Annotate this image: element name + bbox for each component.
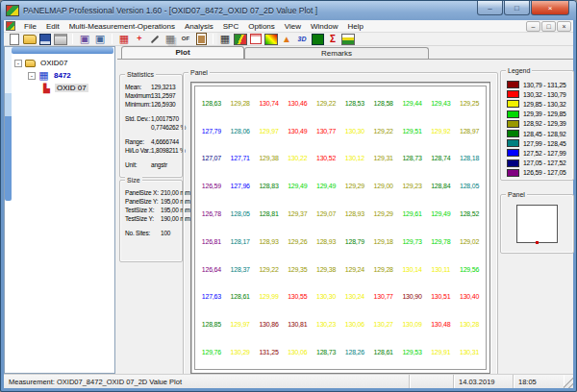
tree-item-oxid07[interactable]: -OXID07	[14, 57, 114, 69]
histogram-flame-icon[interactable]	[279, 33, 294, 45]
maximize-button[interactable]: □	[504, 1, 530, 15]
stat-label: Hi/Lo Var.:	[125, 146, 151, 155]
grid-value: 129,07	[312, 200, 340, 228]
grid-value: 126,78	[197, 200, 226, 228]
legend-color-swatch	[507, 159, 519, 167]
tree-expander-icon[interactable]: -	[28, 72, 36, 80]
stat-row: Mean:129,3213	[125, 83, 180, 91]
grid-value: 129,29	[369, 200, 398, 228]
sign-pen-icon[interactable]	[147, 33, 163, 45]
mini-table-icon[interactable]	[248, 33, 263, 45]
panel-plot-groupbox: Panel 128,63129,28130,74130,46129,22128,…	[183, 72, 498, 382]
paste-panel-icon[interactable]	[92, 33, 108, 45]
offset-of-icon[interactable]: OF	[178, 33, 193, 45]
tab-plot[interactable]: Plot	[121, 46, 244, 59]
new-file-icon[interactable]	[7, 33, 22, 45]
histogram-bars-icon[interactable]	[340, 33, 356, 45]
clipboard-icon[interactable]	[193, 33, 209, 45]
stat-row: 0,7746262 %	[125, 123, 180, 132]
menu-window[interactable]: Window	[306, 20, 342, 33]
stat-value: 129,3213	[151, 83, 176, 91]
grid-value: 128,93	[255, 228, 284, 256]
color-map-icon[interactable]	[263, 33, 279, 45]
duplicate-panel-icon[interactable]	[163, 33, 178, 45]
grid-value: 130,06	[283, 338, 312, 366]
resize-grip[interactable]	[564, 375, 573, 388]
legend-entry: 130,79 - 131,25	[507, 80, 570, 89]
grid-value: 129,78	[426, 228, 455, 256]
grid-value: 128,93	[312, 228, 340, 256]
measurement-tree: -OXID07-▦8472▙OXID 07	[14, 57, 114, 94]
save-icon[interactable]	[38, 33, 53, 45]
copy-panel-icon[interactable]	[77, 33, 92, 45]
menu-spc[interactable]: SPC	[218, 20, 243, 33]
mdi-window-controls: – □ ×	[526, 21, 571, 32]
close-button[interactable]: ×	[531, 1, 569, 15]
legend-range-label: 127,52 - 127,99	[523, 150, 566, 157]
grid-value: 128,61	[226, 283, 255, 311]
stat-row: TestSize Y:190,00 mm	[125, 214, 180, 223]
value-plot-2d-icon[interactable]	[310, 33, 325, 45]
edit-grid-icon[interactable]	[116, 33, 132, 45]
grid-value: 129,26	[283, 228, 312, 256]
grid-value: 127,79	[197, 117, 226, 145]
legend-entry: 127,05 - 127,52	[507, 159, 570, 168]
tab-remarks[interactable]: Remarks	[244, 47, 429, 59]
grid-value: 129,38	[312, 256, 340, 283]
print-icon[interactable]	[53, 33, 68, 45]
document-icon[interactable]	[6, 21, 15, 31]
grid-value: 129,51	[398, 117, 427, 145]
menu-multi-measurement-operations[interactable]: Multi-Measurement-Operations	[64, 20, 180, 33]
grid-value: 130,49	[283, 117, 312, 145]
panel-preview-groupbox: Panel	[500, 194, 574, 254]
grid-value: 126,64	[197, 256, 226, 283]
horizontal-scrollbar[interactable]	[12, 47, 113, 54]
legend-range-label: 126,59 - 127,05	[523, 169, 566, 176]
minimize-button[interactable]: –	[477, 1, 503, 15]
menu-analysis[interactable]: Analysis	[180, 20, 218, 33]
toolbar-separator	[112, 34, 113, 44]
sigma-spc-icon[interactable]	[325, 33, 340, 45]
menu-options[interactable]: Options	[243, 20, 280, 33]
stat-label	[125, 123, 151, 132]
grid-value: 128,06	[226, 117, 255, 145]
grid-value: 130,40	[455, 283, 484, 311]
legend-color-swatch	[507, 169, 519, 177]
grid-value: 128,26	[340, 338, 369, 366]
stat-label: Range:	[125, 137, 151, 146]
value-plot-area: 128,63129,28130,74130,46129,22128,53128,…	[190, 82, 490, 374]
folder-icon	[25, 60, 36, 67]
legend-color-swatch	[507, 81, 519, 88]
legend-entries: 130,79 - 131,25130,32 - 130,79129,85 - 1…	[507, 80, 570, 177]
grid-value: 128,84	[426, 172, 455, 200]
grid-value: 128,05	[455, 172, 484, 200]
open-folder-icon[interactable]	[22, 33, 38, 45]
stat-label: Unit:	[125, 160, 151, 169]
mdi-close-button[interactable]: ×	[557, 21, 571, 32]
legend-range-label: 130,32 - 130,79	[523, 91, 566, 98]
menu-edit[interactable]: Edit	[41, 20, 64, 33]
grid-value: 130,14	[398, 256, 427, 283]
plot-3d-icon[interactable]: 3D	[294, 33, 310, 45]
legend-color-swatch	[507, 100, 519, 108]
statistics-title: Statistics	[125, 70, 156, 79]
value-table-icon[interactable]	[217, 33, 233, 45]
menu-view[interactable]: View	[280, 20, 306, 33]
grid-value: 130,29	[226, 338, 255, 366]
align-points-icon[interactable]	[132, 33, 147, 45]
menu-file[interactable]: File	[19, 20, 41, 33]
mdi-minimize-button[interactable]: –	[526, 21, 540, 32]
map-2d-icon[interactable]	[233, 33, 248, 45]
panel-plot-title: Panel	[188, 68, 210, 77]
app-window: PANELMAP Professional Version 1.60 - [OX…	[0, 0, 577, 392]
grid-value: 129,31	[369, 145, 398, 173]
vertical-scrollbar[interactable]	[5, 47, 12, 201]
tree-item-oxid-07[interactable]: ▙OXID 07	[14, 82, 114, 94]
tree-item-8472[interactable]: -▦8472	[14, 69, 114, 82]
mdi-restore-button[interactable]: □	[541, 21, 556, 32]
tree-panel: -OXID07-▦8472▙OXID 07	[4, 46, 115, 374]
legend-range-label: 130,79 - 131,25	[523, 82, 566, 88]
menu-help[interactable]: Help	[342, 20, 367, 33]
stat-value: 126,5930	[151, 100, 176, 109]
tree-expander-icon[interactable]: -	[14, 60, 22, 67]
